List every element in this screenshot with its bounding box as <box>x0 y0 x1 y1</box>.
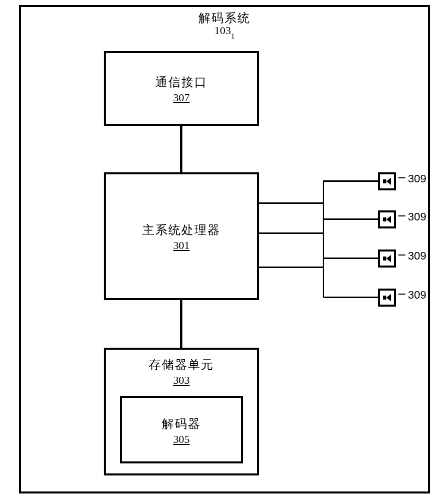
communication-interface-box: 通信接口 307 <box>104 51 259 126</box>
memory-unit-number: 303 <box>173 374 190 387</box>
leader-dash <box>398 215 405 216</box>
decoding-system-frame: 解码系统 1031 通信接口 307 主系统处理器 301 存储器单元 303 … <box>19 5 430 493</box>
speaker-number: 309 <box>408 289 426 302</box>
leader-dash <box>398 177 405 178</box>
decoder-number: 305 <box>173 433 190 446</box>
main-processor-label: 主系统处理器 <box>106 222 257 238</box>
speaker-number: 309 <box>408 210 426 223</box>
leader-dash <box>398 255 405 256</box>
speaker-connector <box>324 218 379 220</box>
bus-line <box>259 267 324 268</box>
bus-line <box>259 232 324 234</box>
memory-unit-label: 存储器单元 <box>106 357 257 373</box>
speaker-connector <box>324 258 379 259</box>
main-processor-number: 301 <box>173 239 190 252</box>
speaker-icon <box>378 289 396 307</box>
speaker-number: 309 <box>408 249 426 263</box>
main-processor-box: 主系统处理器 301 <box>104 172 259 300</box>
speaker-icon <box>378 172 396 190</box>
speaker-connector <box>324 180 379 182</box>
decoder-label: 解码器 <box>122 416 241 432</box>
leader-dash <box>398 294 405 295</box>
decoder-box: 解码器 305 <box>120 396 243 463</box>
bus-trunk <box>323 180 324 298</box>
connector-proc-to-mem <box>180 300 182 348</box>
communication-interface-number: 307 <box>173 91 190 104</box>
speaker-icon <box>378 249 396 268</box>
memory-unit-box: 存储器单元 303 解码器 305 <box>104 348 259 475</box>
system-number: 1031 <box>21 24 428 39</box>
speaker-connector <box>324 297 379 298</box>
communication-interface-label: 通信接口 <box>106 74 257 90</box>
speaker-icon <box>378 210 396 228</box>
bus-line <box>259 202 324 204</box>
connector-comm-to-proc <box>180 126 182 173</box>
speaker-number: 309 <box>408 172 426 185</box>
